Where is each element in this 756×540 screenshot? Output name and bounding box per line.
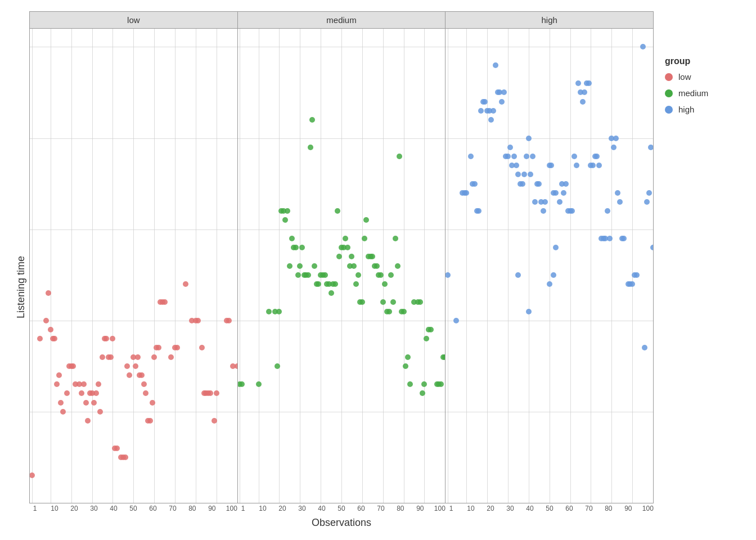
x-tick: 80 <box>395 505 406 512</box>
grid-line-v <box>175 29 176 503</box>
data-dot <box>582 89 587 95</box>
data-dot <box>363 217 369 223</box>
data-dot <box>56 372 62 378</box>
grid-line-v <box>112 29 113 503</box>
data-dot <box>596 163 602 168</box>
data-dot <box>96 381 101 387</box>
x-tick: 70 <box>167 505 178 512</box>
data-dot <box>52 336 57 341</box>
data-dot <box>353 281 359 287</box>
data-dot <box>332 281 338 287</box>
data-dot <box>183 281 188 287</box>
data-dot <box>490 108 496 114</box>
data-dot <box>214 390 219 396</box>
data-dot <box>37 336 43 341</box>
data-dot <box>351 263 357 269</box>
data-dot <box>615 190 620 196</box>
data-dot <box>58 400 64 406</box>
grid-line-v <box>570 29 571 503</box>
data-dot <box>501 89 507 95</box>
chart-area: Listening time low01020304050mediumhigh … <box>12 11 744 529</box>
data-dot <box>114 446 120 451</box>
grid-line-v <box>217 29 217 503</box>
x-tick: 30 <box>296 505 308 512</box>
data-dot <box>143 390 148 396</box>
grid-line-v <box>383 29 384 503</box>
x-tick: 70 <box>583 505 595 512</box>
grid-line-v <box>448 29 448 503</box>
x-ticks-row: 1102030405060708090100110203040506070809… <box>29 503 654 512</box>
data-dot <box>405 354 411 360</box>
data-dot <box>648 145 653 150</box>
data-dot <box>70 363 76 369</box>
data-dot <box>605 208 610 214</box>
data-dot <box>574 163 579 168</box>
data-dot <box>515 272 521 278</box>
data-dot <box>493 62 498 68</box>
data-dot <box>547 281 552 287</box>
data-dot <box>569 208 575 214</box>
facets-row: low01020304050mediumhigh <box>29 11 654 503</box>
data-dot <box>542 199 548 205</box>
data-dot <box>108 354 114 360</box>
y-tick: 50 <box>30 51 235 60</box>
data-dot <box>312 263 317 269</box>
data-dot <box>156 345 161 350</box>
x-tick: 20 <box>485 505 496 512</box>
data-dot <box>617 199 623 205</box>
x-tick: 40 <box>108 505 119 512</box>
data-dot <box>575 80 581 86</box>
data-dot <box>397 154 402 159</box>
data-dot <box>297 263 303 269</box>
data-dot <box>151 354 157 360</box>
data-dot <box>446 272 451 278</box>
data-dot <box>60 409 66 415</box>
grid-line-v <box>279 29 280 503</box>
data-dot <box>362 236 367 241</box>
data-dot <box>551 272 556 278</box>
facet-low: low01020304050 <box>29 11 238 503</box>
data-dot <box>536 181 542 187</box>
data-dot <box>520 181 525 187</box>
data-dot <box>586 80 592 86</box>
x-tick: 50 <box>544 505 555 512</box>
x-tick: 40 <box>524 505 536 512</box>
data-dot <box>572 154 577 159</box>
data-dot <box>644 199 650 205</box>
grid-line-v <box>632 29 633 503</box>
data-dot <box>401 309 407 314</box>
data-dot <box>629 281 635 287</box>
data-dot <box>91 400 97 406</box>
data-dot <box>607 236 613 241</box>
data-dot <box>239 381 245 387</box>
data-dot <box>110 336 115 341</box>
legend-dot <box>665 106 673 114</box>
data-dot <box>590 163 596 168</box>
data-dot <box>563 181 569 187</box>
legend-item-medium: medium <box>665 88 738 98</box>
data-dot <box>308 145 313 150</box>
data-dot <box>287 263 292 269</box>
data-dot <box>386 309 392 314</box>
data-dot <box>468 154 474 159</box>
data-dot <box>478 108 484 114</box>
grid-line-v <box>466 29 467 503</box>
data-dot <box>613 136 619 141</box>
data-dot <box>395 263 400 269</box>
legend-item-label: medium <box>678 88 708 98</box>
data-dot <box>356 272 361 278</box>
grid-line-v <box>424 29 425 503</box>
data-dot <box>621 236 627 241</box>
data-dot <box>541 208 546 214</box>
data-dot <box>162 299 168 305</box>
data-dot <box>93 390 99 396</box>
data-dot <box>97 409 103 415</box>
facet-header-medium: medium <box>238 12 446 29</box>
facet-high: high <box>446 11 654 503</box>
data-dot <box>403 363 408 369</box>
grid-line-v <box>550 29 550 503</box>
data-dot <box>328 290 334 296</box>
grid-line-v <box>154 29 155 503</box>
x-tick: 50 <box>336 505 347 512</box>
grid-line-v <box>259 29 259 503</box>
